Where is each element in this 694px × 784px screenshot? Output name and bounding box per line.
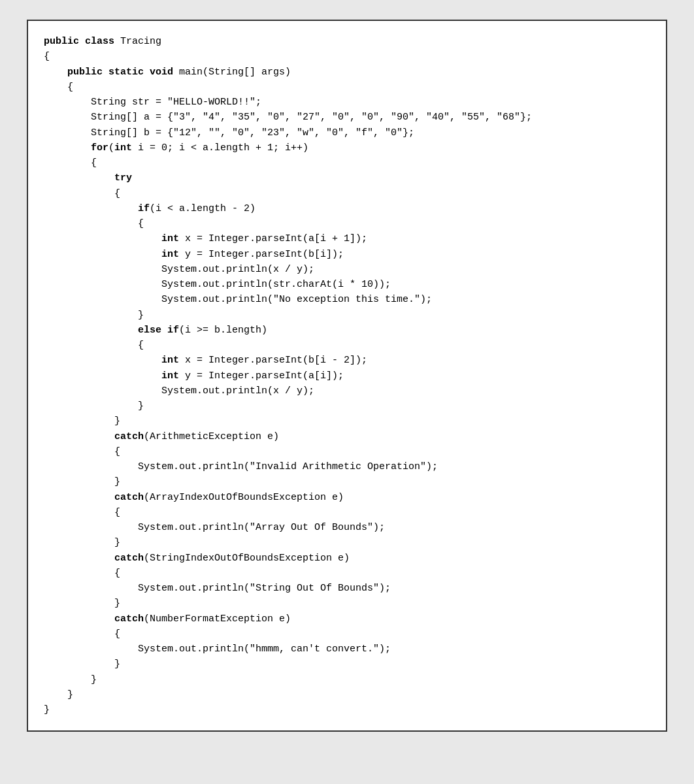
code-text: } bbox=[44, 598, 120, 609]
code-text: { bbox=[44, 507, 120, 518]
code-line: { bbox=[44, 338, 650, 353]
code-text: } bbox=[44, 416, 120, 427]
code-line: catch(NumberFormatException e) bbox=[44, 612, 650, 627]
code-line: } bbox=[44, 657, 650, 672]
code-line: { bbox=[44, 80, 650, 95]
code-text: } bbox=[44, 659, 120, 670]
code-line: } bbox=[44, 399, 650, 414]
code-text: (ArrayIndexOutOfBoundsException e) bbox=[144, 492, 344, 503]
code-text: { bbox=[44, 51, 50, 62]
code-text: } bbox=[44, 310, 144, 321]
code-line: } bbox=[44, 596, 650, 611]
code-line: String str = "HELLO-WORLD!!"; bbox=[44, 95, 650, 110]
code-text: System.out.println("Invalid Arithmetic O… bbox=[44, 461, 438, 472]
code-text: { bbox=[44, 218, 144, 229]
code-line: int x = Integer.parseInt(b[i - 2]); bbox=[44, 353, 650, 368]
code-line: } bbox=[44, 687, 650, 702]
code-text: x = Integer.parseInt(b[i - 2]); bbox=[179, 355, 367, 366]
keyword: catch bbox=[44, 492, 144, 503]
code-line: if(i < a.length - 2) bbox=[44, 201, 650, 216]
code-text: { bbox=[44, 188, 120, 199]
code-line: for(int i = 0; i < a.length + 1; i++) bbox=[44, 140, 650, 155]
code-line: System.out.println("String Out Of Bounds… bbox=[44, 581, 650, 596]
code-text: (NumberFormatException e) bbox=[144, 613, 291, 625]
code-line: String[] b = {"12", "", "0", "23", "w", … bbox=[44, 125, 650, 140]
code-line: } bbox=[44, 535, 650, 550]
keyword: int bbox=[114, 142, 132, 154]
code-line: System.out.println(str.charAt(i * 10)); bbox=[44, 277, 650, 292]
code-container: public class Tracing{ public static void… bbox=[27, 20, 667, 732]
code-text: i = 0; i < a.length + 1; i++) bbox=[132, 142, 308, 154]
code-line: { bbox=[44, 444, 650, 459]
code-text: } bbox=[44, 476, 120, 487]
code-text: { bbox=[44, 157, 97, 169]
code-text: y = Integer.parseInt(b[i]); bbox=[179, 249, 344, 260]
code-line: } bbox=[44, 702, 650, 717]
code-text: (ArithmeticException e) bbox=[144, 431, 279, 442]
keyword: int bbox=[44, 370, 179, 382]
code-text: String[] a = {"3", "4", "35", "0", "27",… bbox=[44, 112, 532, 123]
keyword: catch bbox=[44, 431, 144, 442]
keyword: int bbox=[44, 249, 179, 260]
code-line: catch(StringIndexOutOfBoundsException e) bbox=[44, 551, 650, 566]
code-block: public class Tracing{ public static void… bbox=[44, 34, 650, 717]
code-text: y = Integer.parseInt(a[i]); bbox=[179, 370, 344, 382]
keyword: catch bbox=[44, 613, 144, 625]
code-line: { bbox=[44, 566, 650, 581]
code-text: } bbox=[44, 537, 120, 548]
code-line: System.out.println(x / y); bbox=[44, 384, 650, 399]
code-line: { bbox=[44, 49, 650, 64]
code-text: { bbox=[44, 340, 144, 351]
code-line: int y = Integer.parseInt(b[i]); bbox=[44, 247, 650, 262]
code-text: main(String[] args) bbox=[173, 67, 291, 78]
code-text: { bbox=[44, 629, 120, 640]
code-text: Tracing bbox=[114, 36, 161, 47]
code-text: System.out.println(str.charAt(i * 10)); bbox=[44, 279, 391, 290]
code-line: } bbox=[44, 414, 650, 429]
code-text: System.out.println("No exception this ti… bbox=[44, 294, 432, 305]
code-line: { bbox=[44, 627, 650, 642]
code-line: int y = Integer.parseInt(a[i]); bbox=[44, 368, 650, 384]
code-line: public static void main(String[] args) bbox=[44, 65, 650, 80]
code-line: int x = Integer.parseInt(a[i + 1]); bbox=[44, 231, 650, 246]
code-text: System.out.println("String Out Of Bounds… bbox=[44, 583, 391, 594]
keyword: catch bbox=[44, 553, 144, 564]
keyword: int bbox=[44, 355, 179, 366]
code-line: System.out.println("Invalid Arithmetic O… bbox=[44, 459, 650, 474]
keyword: public class bbox=[44, 36, 114, 47]
code-text: System.out.println("hmmm, can't convert.… bbox=[44, 644, 391, 655]
code-text: System.out.println(x / y); bbox=[44, 264, 314, 275]
keyword: else if bbox=[44, 325, 179, 336]
code-text: { bbox=[44, 568, 120, 579]
code-line: { bbox=[44, 216, 650, 231]
code-line: catch(ArithmeticException e) bbox=[44, 429, 650, 444]
code-line: { bbox=[44, 505, 650, 520]
code-line: { bbox=[44, 155, 650, 171]
code-line: catch(ArrayIndexOutOfBoundsException e) bbox=[44, 490, 650, 505]
code-line: String[] a = {"3", "4", "35", "0", "27",… bbox=[44, 110, 650, 125]
code-text: } bbox=[44, 674, 97, 685]
keyword: if bbox=[44, 203, 150, 214]
code-text: { bbox=[44, 446, 120, 457]
code-line: public class Tracing bbox=[44, 34, 650, 49]
code-text: { bbox=[44, 82, 73, 93]
code-line: System.out.println("hmmm, can't convert.… bbox=[44, 642, 650, 657]
code-text: ( bbox=[108, 142, 114, 154]
code-text: String[] b = {"12", "", "0", "23", "w", … bbox=[44, 127, 414, 139]
code-line: System.out.println(x / y); bbox=[44, 262, 650, 277]
code-line: } bbox=[44, 474, 650, 489]
keyword: public static void bbox=[44, 67, 173, 78]
code-text: (i < a.length - 2) bbox=[150, 203, 256, 214]
code-line: { bbox=[44, 186, 650, 201]
code-text: x = Integer.parseInt(a[i + 1]); bbox=[179, 233, 367, 244]
code-text: (StringIndexOutOfBoundsException e) bbox=[144, 553, 350, 564]
code-text: System.out.println(x / y); bbox=[44, 385, 314, 397]
code-text: } bbox=[44, 704, 50, 715]
code-line: System.out.println("Array Out Of Bounds"… bbox=[44, 520, 650, 535]
code-line: System.out.println("No exception this ti… bbox=[44, 292, 650, 307]
code-text: System.out.println("Array Out Of Bounds"… bbox=[44, 522, 385, 533]
code-text: } bbox=[44, 400, 144, 412]
code-line: try bbox=[44, 171, 650, 186]
keyword: int bbox=[44, 233, 179, 244]
code-text: (i >= b.length) bbox=[179, 325, 267, 336]
